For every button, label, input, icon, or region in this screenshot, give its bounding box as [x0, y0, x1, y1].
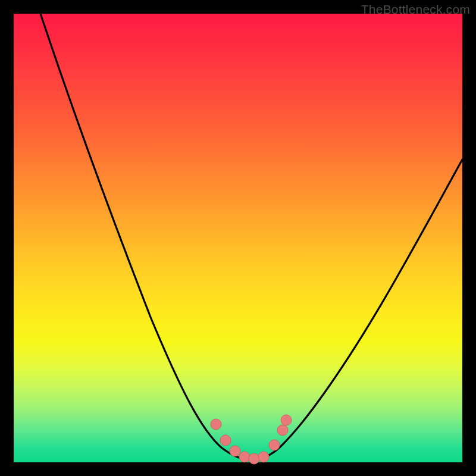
marker-dot — [220, 435, 231, 446]
curve-path — [40, 14, 462, 460]
chart-frame: TheBottleneck.com — [0, 0, 476, 476]
watermark-text: TheBottleneck.com — [361, 2, 470, 17]
marker-dot — [249, 453, 259, 464]
marker-dot — [239, 452, 250, 462]
marker-dot — [258, 452, 269, 462]
plot-area — [14, 14, 462, 462]
highlight-markers — [211, 415, 292, 464]
marker-dot — [211, 419, 221, 430]
marker-dot — [269, 440, 280, 450]
marker-dot — [281, 415, 292, 425]
marker-dot — [230, 446, 240, 456]
bottleneck-curve — [14, 14, 462, 462]
marker-dot — [277, 425, 288, 436]
